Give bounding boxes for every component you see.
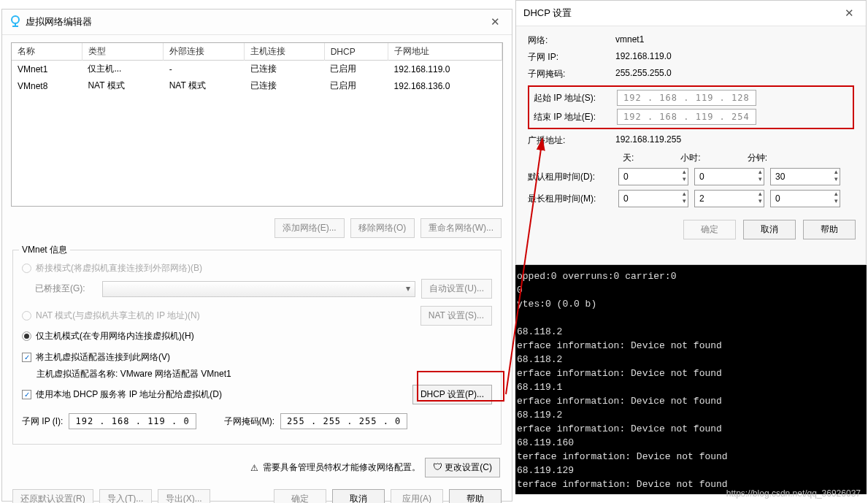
table-row[interactable]: VMnet8NAT 模式NAT 模式已连接已启用192.168.136.0 xyxy=(12,77,502,94)
radio-icon xyxy=(22,264,31,273)
subnet-row: 子网 IP (I): 192 . 168 . 119 . 0 子网掩码(M): … xyxy=(22,413,492,429)
column-header[interactable]: 外部连接 xyxy=(164,43,245,61)
close-icon[interactable]: ✕ xyxy=(486,14,504,30)
default-lease-row: 默认租用时间(D): 0 0 30 xyxy=(516,166,866,188)
dhcp-button-highlight xyxy=(417,371,504,402)
svg-point-0 xyxy=(12,16,19,23)
watermark: https://blog.csdn.net/qq_36926037 xyxy=(726,488,861,499)
terminal-output: opped:0 overruns:0 carrier:0 0 ytes:0 (0… xyxy=(515,265,867,494)
cancel-button[interactable]: 取消 xyxy=(743,220,796,239)
connect-host-checkbox[interactable]: ✓ 将主机虚拟适配器连接到此网络(V) xyxy=(22,351,492,364)
group-title: VMnet 信息 xyxy=(19,244,70,256)
radio-icon xyxy=(22,311,31,320)
nat-settings-button[interactable]: NAT 设置(S)... xyxy=(420,306,492,326)
radio-icon xyxy=(22,331,31,341)
add-network-button[interactable]: 添加网络(E)... xyxy=(274,218,345,238)
apply-button[interactable]: 应用(A) xyxy=(391,489,443,503)
host-only-radio[interactable]: 仅主机模式(在专用网络内连接虚拟机)(H) xyxy=(22,330,492,342)
column-header[interactable]: 类型 xyxy=(82,43,163,61)
bridged-radio[interactable]: 桥接模式(将虚拟机直接连接到外部网络)(B) xyxy=(22,262,492,274)
networks-table: 名称类型外部连接主机连接DHCP子网地址 VMnet1仅主机...-已连接已启用… xyxy=(11,42,503,207)
help-button[interactable]: 帮助 xyxy=(449,489,502,503)
nat-radio[interactable]: NAT 模式(与虚拟机共享主机的 IP 地址)(N) NAT 设置(S)... xyxy=(22,306,492,326)
end-ip-input[interactable]: 192 . 168 . 119 . 254 xyxy=(617,109,756,125)
app-icon xyxy=(9,15,21,29)
bottom-buttons: 还原默认设置(R) 导入(T)... 导出(X)... 确定 取消 应用(A) … xyxy=(2,483,512,503)
close-icon[interactable]: ✕ xyxy=(840,5,859,21)
window-title: 虚拟网络编辑器 xyxy=(26,15,92,28)
network-table-buttons: 添加网络(E)... 移除网络(O) 重命名网络(W)... xyxy=(2,214,512,242)
bridged-to-row: 已桥接至(G): 自动设置(U)... xyxy=(22,279,492,299)
remove-network-button[interactable]: 移除网络(O) xyxy=(350,218,415,238)
vmnet-info-group: VMnet 信息 桥接模式(将虚拟机直接连接到外部网络)(B) 已桥接至(G):… xyxy=(12,250,502,445)
table-row[interactable]: VMnet1仅主机...-已连接已启用192.168.119.0 xyxy=(12,61,502,78)
subnet-mask-input[interactable]: 255 . 255 . 255 . 0 xyxy=(280,413,407,429)
titlebar: 虚拟网络编辑器 ✕ xyxy=(2,9,512,35)
max-lease-row: 最长租用时间(M): 0 2 0 xyxy=(516,188,866,210)
start-ip-input[interactable]: 192 . 168 . 119 . 128 xyxy=(617,90,756,106)
column-header[interactable]: 子网地址 xyxy=(388,43,502,61)
import-button[interactable]: 导入(T)... xyxy=(99,489,152,503)
time-header: 天: 小时: 分钟: xyxy=(516,149,866,166)
max-hours-spin[interactable]: 2 xyxy=(694,190,764,207)
checkbox-icon: ✓ xyxy=(22,390,31,399)
dhcp-settings-dialog: DHCP 设置 ✕ 网络:vmnet1 子网 IP:192.168.119.0 … xyxy=(515,0,867,265)
dialog-title: DHCP 设置 xyxy=(523,7,572,20)
titlebar: DHCP 设置 ✕ xyxy=(516,1,866,26)
default-mins-spin[interactable]: 30 xyxy=(770,168,840,185)
restore-defaults-button[interactable]: 还原默认设置(R) xyxy=(12,489,93,503)
column-header[interactable]: 名称 xyxy=(12,43,82,61)
shield-icon: 🛡 xyxy=(433,461,442,472)
max-days-spin[interactable]: 0 xyxy=(618,190,688,207)
virtual-network-editor-window: 虚拟网络编辑器 ✕ 名称类型外部连接主机连接DHCP子网地址 VMnet1仅主机… xyxy=(1,9,512,502)
default-days-spin[interactable]: 0 xyxy=(618,168,688,185)
ip-range-highlight: 起始 IP 地址(S):192 . 168 . 119 . 128 结束 IP … xyxy=(528,85,854,129)
bridged-to-combo[interactable] xyxy=(102,281,415,297)
cancel-button[interactable]: 取消 xyxy=(332,489,385,503)
ok-button[interactable]: 确定 xyxy=(683,220,736,239)
column-header[interactable]: DHCP xyxy=(324,43,388,61)
warning-icon: ⚠ xyxy=(250,463,258,473)
column-header[interactable]: 主机连接 xyxy=(245,43,324,61)
auto-settings-button[interactable]: 自动设置(U)... xyxy=(421,279,492,299)
subnet-ip-input[interactable]: 192 . 168 . 119 . 0 xyxy=(69,413,196,429)
rename-network-button[interactable]: 重命名网络(W)... xyxy=(420,218,502,238)
admin-warning-row: ⚠ 需要具备管理员特权才能修改网络配置。 🛡 更改设置(C) xyxy=(2,452,512,483)
change-settings-button[interactable]: 🛡 更改设置(C) xyxy=(425,458,500,477)
dialog-buttons: 确定 取消 帮助 xyxy=(516,210,866,250)
export-button[interactable]: 导出(X)... xyxy=(158,489,210,503)
checkbox-icon: ✓ xyxy=(22,353,31,362)
help-button[interactable]: 帮助 xyxy=(803,220,856,239)
default-hours-spin[interactable]: 0 xyxy=(694,168,764,185)
max-mins-spin[interactable]: 0 xyxy=(770,190,840,207)
ok-button[interactable]: 确定 xyxy=(274,489,326,503)
